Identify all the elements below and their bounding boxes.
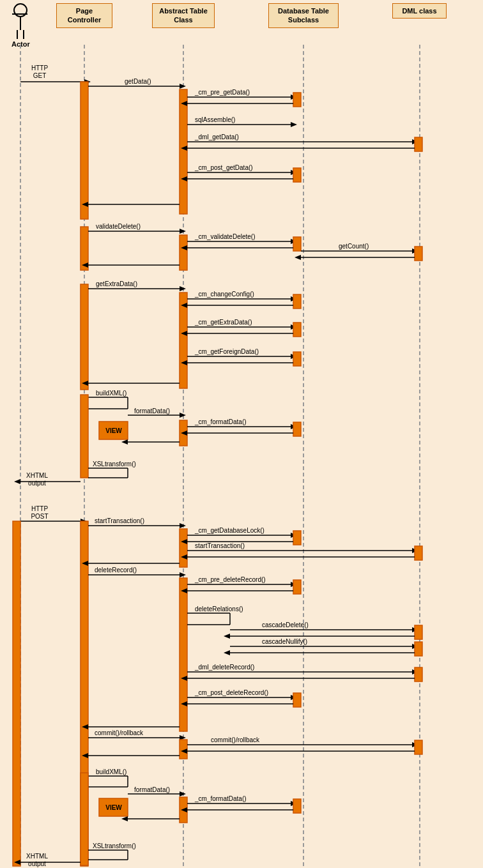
svg-rect-56	[80, 284, 88, 390]
svg-marker-34	[181, 176, 187, 181]
svg-text:_dml_deleteRecord(): _dml_deleteRecord()	[194, 664, 254, 671]
svg-marker-211	[14, 860, 20, 865]
svg-rect-194	[180, 797, 187, 823]
svg-rect-162	[415, 667, 422, 681]
svg-text:_cm_post_deleteRecord(): _cm_post_deleteRecord()	[194, 689, 268, 696]
svg-marker-90	[180, 413, 186, 418]
svg-rect-128	[415, 546, 422, 560]
svg-marker-55	[82, 263, 88, 268]
svg-text:VIEW: VIEW	[105, 804, 122, 811]
svg-rect-64	[293, 294, 301, 308]
svg-rect-113	[13, 521, 20, 866]
svg-rect-150	[415, 625, 422, 639]
svg-rect-17	[293, 93, 301, 107]
svg-marker-166	[291, 695, 297, 700]
svg-rect-114	[80, 521, 88, 866]
svg-text:GET: GET	[33, 72, 47, 79]
svg-marker-120	[291, 533, 297, 538]
svg-rect-38	[180, 235, 187, 270]
actor-legs	[12, 30, 30, 39]
svg-rect-37	[80, 227, 88, 270]
svg-marker-47	[412, 248, 418, 254]
svg-rect-118	[180, 529, 187, 567]
svg-marker-182	[181, 749, 187, 754]
svg-marker-200	[181, 807, 187, 812]
svg-text:_cm_getDatabaseLock(): _cm_getDatabaseLock()	[194, 527, 264, 534]
svg-marker-112	[80, 519, 87, 524]
svg-text:getCount(): getCount()	[339, 243, 369, 250]
svg-marker-51	[295, 255, 301, 260]
svg-marker-85	[82, 406, 88, 411]
svg-text:_cm_pre_getData(): _cm_pre_getData()	[194, 89, 250, 96]
svg-marker-193	[180, 791, 186, 796]
header-dml-class: DML class	[392, 3, 447, 19]
svg-rect-57	[180, 293, 187, 388]
svg-text:output: output	[28, 860, 46, 867]
svg-text:formatData(): formatData()	[134, 407, 170, 415]
svg-rect-176	[180, 740, 187, 759]
diagram-container: Actor Page Controller Abstract Table Cla…	[0, 0, 483, 868]
svg-rect-45	[293, 237, 301, 251]
svg-marker-36	[82, 202, 88, 207]
svg-marker-152	[224, 634, 230, 639]
svg-marker-8	[84, 79, 91, 84]
header-abstract-table: Abstract Table Class	[152, 3, 215, 28]
svg-rect-91	[180, 420, 187, 446]
svg-marker-80	[82, 381, 88, 386]
actor-head	[13, 3, 27, 17]
actor-body	[20, 17, 21, 30]
svg-marker-138	[291, 582, 297, 587]
svg-text:_cm_validateDelete(): _cm_validateDelete()	[194, 233, 256, 240]
actor: Actor	[12, 3, 30, 48]
svg-text:buildXML(): buildXML()	[96, 768, 126, 775]
svg-rect-26	[415, 137, 422, 151]
svg-text:_cm_getForeignData(): _cm_getForeignData()	[194, 348, 259, 355]
svg-text:_cm_formatData(): _cm_formatData()	[194, 795, 247, 802]
svg-rect-100	[80, 395, 88, 478]
svg-text:startTransaction(): startTransaction()	[195, 542, 245, 549]
svg-text:commit()/rollback: commit()/rollback	[95, 729, 144, 736]
svg-marker-93	[291, 424, 297, 429]
svg-text:deleteRelations(): deleteRelations()	[195, 605, 243, 613]
svg-rect-49	[415, 247, 422, 261]
svg-rect-168	[293, 693, 301, 707]
svg-text:VIEW: VIEW	[105, 427, 122, 434]
svg-marker-196	[291, 801, 297, 806]
svg-text:cascadeNullify(): cascadeNullify()	[262, 638, 307, 645]
svg-marker-172	[82, 724, 88, 729]
svg-marker-134	[180, 572, 186, 577]
svg-text:formatData(): formatData()	[134, 786, 170, 793]
svg-marker-170	[181, 701, 187, 706]
svg-rect-86	[99, 422, 128, 439]
svg-marker-174	[180, 735, 186, 740]
svg-marker-28	[181, 146, 187, 151]
svg-text:XSLtransform(): XSLtransform()	[93, 842, 136, 849]
svg-marker-132	[82, 561, 88, 566]
svg-text:XHTML: XHTML	[26, 853, 48, 860]
svg-marker-19	[181, 101, 187, 106]
svg-marker-126	[412, 548, 418, 553]
svg-marker-184	[82, 753, 88, 758]
svg-marker-68	[291, 324, 297, 330]
svg-marker-124	[181, 539, 187, 544]
svg-rect-189	[99, 798, 128, 816]
svg-text:HTTP: HTTP	[31, 65, 48, 72]
actor-leg-right	[23, 30, 24, 39]
svg-rect-10	[180, 89, 187, 214]
svg-rect-156	[415, 642, 422, 656]
svg-marker-130	[181, 554, 187, 560]
svg-rect-140	[293, 580, 301, 594]
svg-text:_dml_getData(): _dml_getData()	[194, 133, 239, 141]
header-db-subclass: Database Table Subclass	[268, 3, 339, 28]
svg-marker-53	[181, 245, 187, 250]
svg-rect-180	[415, 740, 422, 754]
svg-marker-154	[412, 644, 418, 649]
svg-rect-70	[293, 323, 301, 337]
svg-text:getData(): getData()	[125, 78, 151, 85]
svg-marker-24	[412, 139, 418, 144]
actor-leg-left	[17, 30, 18, 39]
svg-text:_cm_pre_deleteRecord(): _cm_pre_deleteRecord()	[194, 576, 266, 583]
header-page-controller: Page Controller	[56, 3, 112, 28]
svg-marker-78	[181, 360, 187, 365]
svg-rect-76	[293, 352, 301, 366]
